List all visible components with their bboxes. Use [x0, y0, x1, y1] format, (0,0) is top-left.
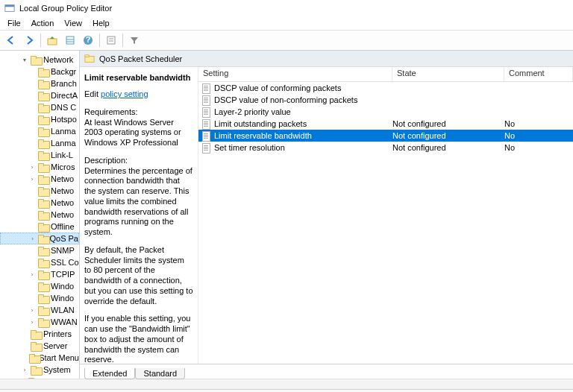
setting-name: Set timer resolution: [214, 143, 285, 152]
setting-row[interactable]: Set timer resolutionNot configuredNo: [198, 142, 573, 154]
tab-extended[interactable]: Extended: [84, 368, 135, 379]
menu-action[interactable]: Action: [27, 18, 59, 28]
tree-item[interactable]: ›WWAN: [0, 316, 79, 328]
twist-icon[interactable]: ›: [28, 306, 36, 314]
tree-item[interactable]: ›TCPIP: [0, 268, 79, 280]
tree-item[interactable]: ›QoS Pa: [0, 233, 79, 244]
folder-icon: [38, 235, 48, 243]
folder-icon: [38, 175, 48, 183]
twist-icon[interactable]: ›: [28, 163, 36, 171]
folder-icon: [38, 92, 48, 100]
twist-icon[interactable]: [28, 187, 36, 195]
tree-item[interactable]: Netwo: [0, 185, 79, 197]
tree-item[interactable]: Lanma: [0, 137, 79, 149]
menu-help[interactable]: Help: [88, 18, 114, 28]
tree-item[interactable]: SNMP: [0, 244, 79, 256]
twist-icon[interactable]: ›: [28, 271, 36, 278]
edit-policy-link[interactable]: policy setting: [101, 89, 148, 98]
twist-icon[interactable]: [28, 68, 36, 75]
setting-state: Not configured: [392, 131, 504, 140]
forward-button[interactable]: [21, 32, 37, 48]
list-view-button[interactable]: [62, 32, 78, 48]
twist-icon[interactable]: [28, 127, 36, 135]
twist-icon[interactable]: ›: [28, 318, 36, 326]
menu-view[interactable]: View: [60, 18, 87, 28]
tree-scrollbar[interactable]: [0, 379, 573, 389]
tree-item[interactable]: ▾Network: [0, 54, 79, 66]
properties-button[interactable]: [103, 32, 119, 48]
tree-item[interactable]: Branch: [0, 78, 79, 89]
twist-icon[interactable]: [28, 247, 36, 254]
tree-item[interactable]: ›WLAN: [0, 304, 79, 316]
back-button[interactable]: [3, 32, 19, 48]
twist-icon[interactable]: [28, 151, 36, 159]
tree-item[interactable]: SSL Co: [0, 256, 79, 268]
folder-icon: [38, 116, 48, 124]
tree-pane[interactable]: ▾NetworkBackgrBranchDirectADNS CHotspoLa…: [0, 51, 80, 379]
col-setting[interactable]: Setting: [198, 67, 392, 81]
tree-item[interactable]: DNS C: [0, 101, 79, 113]
menu-file[interactable]: File: [3, 18, 25, 28]
tree-item[interactable]: Hotspo: [0, 113, 79, 125]
up-folder-button[interactable]: [44, 32, 60, 48]
tree-item[interactable]: ›Netwo: [0, 173, 79, 185]
tree-item[interactable]: Start Menu: [0, 352, 79, 364]
tree-item[interactable]: DirectA: [0, 89, 79, 101]
tree-item[interactable]: Printers: [0, 328, 79, 340]
tree-item[interactable]: Server: [0, 340, 79, 352]
col-state[interactable]: State: [392, 67, 504, 81]
tree-item[interactable]: Backgr: [0, 66, 79, 78]
tree-item[interactable]: Windo: [0, 280, 79, 292]
tree-item[interactable]: Link-L: [0, 149, 79, 161]
twist-icon[interactable]: ▾: [21, 56, 28, 63]
filter-button[interactable]: [126, 32, 143, 48]
twist-icon[interactable]: ›: [21, 366, 28, 373]
folder-icon: [38, 80, 48, 88]
twist-icon[interactable]: ›: [28, 175, 36, 183]
twist-icon[interactable]: [28, 294, 36, 302]
folder-icon: [38, 318, 48, 326]
folder-icon: [38, 127, 48, 136]
setting-row[interactable]: Limit outstanding packetsNot configuredN…: [198, 118, 573, 130]
tree-item[interactable]: ›Micros: [0, 161, 79, 173]
setting-row[interactable]: Layer-2 priority value: [198, 106, 573, 118]
setting-row[interactable]: Limit reservable bandwidthNot configured…: [198, 130, 573, 142]
tree-item-label: DNS C: [51, 103, 76, 112]
description-pane: Limit reservable bandwidth Edit policy s…: [80, 67, 198, 364]
tree-item[interactable]: ›Windows C: [0, 376, 79, 379]
tree-item-label: Windo: [51, 282, 74, 291]
col-comment[interactable]: Comment: [504, 67, 573, 81]
help-button[interactable]: ?: [80, 32, 96, 48]
tab-standard[interactable]: Standard: [135, 368, 185, 379]
twist-icon[interactable]: [21, 342, 28, 350]
twist-icon[interactable]: ›: [21, 378, 26, 379]
twist-icon[interactable]: [28, 199, 36, 206]
twist-icon[interactable]: [28, 282, 36, 290]
tree-item[interactable]: Offline: [0, 221, 79, 233]
twist-icon[interactable]: [28, 104, 36, 111]
setting-state: Not configured: [392, 119, 504, 128]
separator: [122, 34, 123, 47]
twist-icon[interactable]: [28, 139, 36, 147]
folder-icon: [84, 54, 95, 64]
twist-icon[interactable]: [28, 80, 36, 87]
twist-icon[interactable]: [28, 259, 36, 266]
folder-icon: [28, 378, 36, 379]
twist-icon[interactable]: [21, 330, 28, 338]
tree-item[interactable]: Windo: [0, 292, 79, 304]
twist-icon[interactable]: [28, 92, 36, 99]
folder-icon: [31, 56, 41, 64]
tree-item[interactable]: Netwo: [0, 209, 79, 221]
twist-icon[interactable]: [21, 354, 27, 361]
setting-row[interactable]: DSCP value of conforming packets: [198, 82, 573, 94]
twist-icon[interactable]: [28, 116, 36, 123]
folder-icon: [38, 223, 48, 231]
tree-item[interactable]: ›System: [0, 364, 79, 376]
twist-icon[interactable]: ›: [29, 235, 36, 242]
twist-icon[interactable]: [28, 211, 36, 218]
toolbar: ?: [0, 30, 573, 51]
twist-icon[interactable]: [28, 223, 36, 230]
tree-item[interactable]: Lanma: [0, 125, 79, 137]
setting-row[interactable]: DSCP value of non-conforming packets: [198, 94, 573, 106]
tree-item[interactable]: Netwo: [0, 197, 79, 209]
